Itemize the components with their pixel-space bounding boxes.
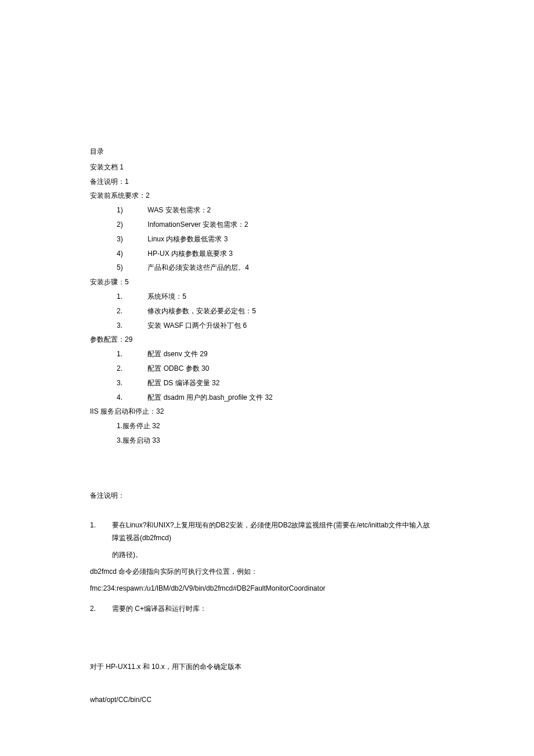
toc-number: 3) — [117, 233, 146, 246]
note-number: 1. — [90, 519, 112, 532]
toc-subentry: 1. 系统环境：5 — [90, 290, 444, 303]
toc-subentry: 4. 配置 dsadm 用户的.bash_profile 文件 32 — [90, 391, 444, 404]
toc-text: 修改内核参数，安装必要必定包：5 — [147, 307, 256, 315]
toc-text: 配置 dsenv 文件 29 — [147, 350, 207, 358]
toc-number: 1. — [117, 290, 146, 303]
toc-number: 2) — [117, 218, 146, 231]
toc-text: 产品和必须安装这些产品的层。4 — [147, 263, 249, 272]
toc-heading: 目录 — [90, 145, 444, 158]
toc-subentry: 2) InfomationServer 安装包需求：2 — [90, 218, 444, 231]
toc-text: 系统环境：5 — [147, 292, 186, 301]
toc-subentry: 3) Linux 内核参数最低需求 3 — [90, 233, 444, 246]
note-item: 1.要在Linux?和UNIX?上复用现有的DB2安装，必须使用DB2故障监视组… — [90, 519, 444, 545]
toc-number: 1. — [117, 348, 146, 361]
toc-text: InfomationServer 安装包需求：2 — [147, 220, 248, 229]
toc-subentry: 5) 产品和必须安装这些产品的层。4 — [90, 261, 444, 274]
notes-heading: 备注说明： — [90, 489, 444, 502]
code-line: fmc:234:respawn:/u1/IBM/db2/V9/bin/db2fm… — [90, 582, 444, 595]
toc-entry: 安装步骤：5 — [90, 276, 444, 289]
toc-subentry: 2. 配置 ODBC 参数 30 — [90, 362, 444, 375]
toc-number: 2. — [117, 305, 146, 318]
toc-subentry: 1) WAS 安装包需求：2 — [90, 204, 444, 217]
toc-number: 5) — [117, 261, 146, 274]
note-text: 要在Linux?和UNIX?上复用现有的DB2安装，必须使用DB2故障监视组件(… — [112, 519, 437, 545]
toc-number: 3. — [117, 319, 146, 332]
toc-text: 配置 DS 编译器变量 32 — [147, 379, 219, 387]
toc-number: 2. — [117, 362, 146, 375]
document-page: 目录 安装文档 1 备注说明：1 安装前系统要求：2 1) WAS 安装包需求：… — [0, 0, 534, 756]
toc-subentry: 3.服务启动 33 — [90, 434, 444, 447]
toc-number: 4. — [117, 391, 146, 404]
note-text: 需要的 C+编译器和运行时库： — [112, 605, 207, 613]
paragraph: db2fmcd 命令必须指向实际的可执行文件位置，例如： — [90, 565, 444, 578]
note-text-continued: 的路径)。 — [90, 548, 444, 562]
paragraph: 对于 HP-UX11.x 和 10.x，用下面的命令确定版本 — [90, 660, 444, 674]
toc-entry: 安装文档 1 — [90, 161, 444, 174]
toc-number: 3. — [117, 377, 146, 390]
toc-number: 1) — [117, 204, 146, 217]
toc-entry: 备注说明：1 — [90, 175, 444, 189]
toc-entry: IIS 服务启动和停止：32 — [90, 405, 444, 418]
toc-subentry: 1.服务停止 32 — [90, 419, 444, 433]
code-line: what/opt/CC/bin/CC — [90, 693, 444, 707]
toc-entry: 参数配置：29 — [90, 333, 444, 346]
toc-subentry: 3. 配置 DS 编译器变量 32 — [90, 377, 444, 390]
note-number: 2. — [90, 602, 112, 616]
toc-text: HP-UX 内核参数最底要求 3 — [147, 249, 233, 258]
toc-text: 配置 dsadm 用户的.bash_profile 文件 32 — [147, 393, 272, 401]
toc-subentry: 3. 安装 WASF 口两个升级补丁包 6 — [90, 319, 444, 332]
toc-number: 4) — [117, 247, 146, 261]
toc-subentry: 2. 修改内核参数，安装必要必定包：5 — [90, 305, 444, 318]
note-item: 2.需要的 C+编译器和运行时库： — [90, 602, 444, 616]
toc-text: 安装 WASF 口两个升级补丁包 6 — [147, 321, 247, 330]
toc-subentry: 4) HP-UX 内核参数最底要求 3 — [90, 247, 444, 261]
toc-text: Linux 内核参数最低需求 3 — [147, 235, 228, 243]
toc-subentry: 1. 配置 dsenv 文件 29 — [90, 348, 444, 361]
toc-entry: 安装前系统要求：2 — [90, 189, 444, 202]
toc-text: WAS 安装包需求：2 — [147, 206, 211, 214]
toc-text: 配置 ODBC 参数 30 — [147, 364, 209, 372]
